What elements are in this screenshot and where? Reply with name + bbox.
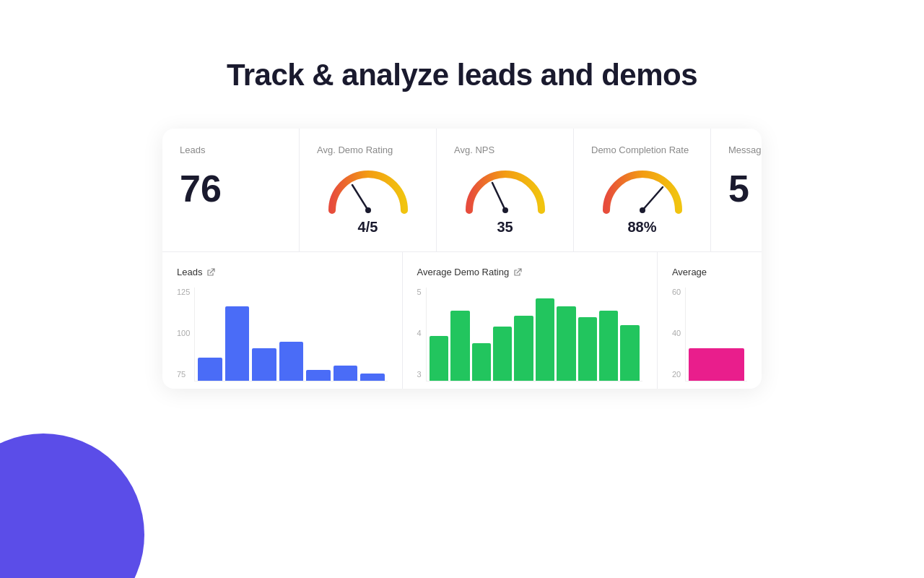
- leads-bar-3: [252, 348, 276, 381]
- leads-metric-card: Leads 76: [162, 129, 300, 251]
- avg-rating-y-4: 4: [417, 329, 422, 337]
- rating-bar-1: [430, 336, 448, 381]
- avg-nps-value: 35: [497, 219, 513, 236]
- metric-cards-row: Leads 76 Avg. Demo Rating: [162, 129, 762, 252]
- leads-bar-6: [334, 366, 357, 381]
- svg-line-4: [642, 187, 663, 210]
- gauge-svg-completion: [599, 167, 686, 216]
- avg-demo-rating-gauge: 4/5: [317, 167, 419, 236]
- svg-point-1: [365, 207, 371, 213]
- rating-bar-6: [536, 298, 554, 381]
- background-decoration: [0, 434, 144, 578]
- partial-bar-1: [689, 348, 744, 381]
- avg-nps-label: Avg. NPS: [454, 144, 556, 155]
- average-partial-chart-title: Average: [672, 267, 747, 277]
- leads-bar-2: [225, 306, 249, 381]
- leads-chart-area: 125 100 75: [177, 288, 388, 381]
- avg-partial-y-60: 60: [672, 288, 681, 296]
- average-partial-chart-area: 60 40 20: [672, 288, 747, 381]
- demo-completion-gauge: 88%: [591, 167, 693, 236]
- leads-bar-1: [198, 358, 222, 381]
- svg-line-0: [352, 185, 368, 210]
- leads-value: 76: [180, 170, 282, 207]
- avg-nps-card: Avg. NPS: [437, 129, 574, 251]
- rating-bar-3: [472, 343, 491, 381]
- external-link-icon-leads: [206, 268, 215, 277]
- gauge-svg-nps: [462, 167, 549, 216]
- page-content: Track & analyze leads and demos Leads 76…: [0, 0, 924, 389]
- avg-partial-y-40: 40: [672, 329, 681, 337]
- avg-demo-rating-card: Avg. Demo Rating: [300, 129, 437, 251]
- rating-bar-10: [620, 325, 639, 381]
- leads-y-75: 75: [177, 370, 190, 379]
- svg-line-2: [492, 183, 505, 210]
- dashboard-container: Leads 76 Avg. Demo Rating: [162, 129, 762, 389]
- messages-value: 5: [728, 170, 744, 207]
- leads-bar-7: [360, 374, 384, 381]
- rating-bar-5: [514, 316, 533, 381]
- external-link-icon-avg: [513, 268, 522, 277]
- charts-row: Leads 125 100 75: [162, 252, 762, 389]
- avg-demo-rating-chart-title: Average Demo Rating: [417, 267, 642, 277]
- avg-rating-y-3: 3: [417, 370, 422, 379]
- page-title: Track & analyze leads and demos: [227, 58, 697, 92]
- gauge-svg-demo: [325, 167, 411, 216]
- avg-partial-y-20: 20: [672, 370, 681, 379]
- leads-label: Leads: [180, 144, 282, 155]
- messages-card-partial: Messag... 5: [711, 129, 762, 251]
- rating-bar-7: [557, 306, 575, 381]
- rating-bar-8: [578, 317, 597, 381]
- rating-bar-2: [450, 311, 469, 381]
- leads-chart-title: Leads: [177, 267, 388, 277]
- leads-bar-5: [306, 370, 330, 381]
- avg-demo-rating-chart-area: 5 4 3: [417, 288, 642, 381]
- average-partial-chart-panel: Average 60 40 20: [658, 252, 762, 389]
- rating-bar-9: [599, 311, 618, 381]
- leads-y-100: 100: [177, 329, 190, 337]
- messages-label: Messag...: [728, 144, 744, 155]
- demo-completion-card: Demo Completion Rate: [574, 129, 711, 251]
- avg-demo-rating-chart-panel: Average Demo Rating 5 4 3: [403, 252, 658, 389]
- avg-nps-gauge: 35: [454, 167, 556, 236]
- leads-y-125: 125: [177, 288, 190, 296]
- avg-rating-y-5: 5: [417, 288, 422, 296]
- leads-chart-panel: Leads 125 100 75: [162, 252, 403, 389]
- leads-bar-4: [279, 342, 303, 381]
- demo-completion-value: 88%: [627, 219, 656, 236]
- svg-point-3: [502, 207, 508, 213]
- rating-bar-4: [493, 327, 512, 381]
- avg-demo-rating-value: 4/5: [358, 219, 378, 236]
- svg-point-5: [640, 207, 645, 213]
- demo-completion-label: Demo Completion Rate: [591, 144, 693, 155]
- avg-demo-rating-label: Avg. Demo Rating: [317, 144, 419, 155]
